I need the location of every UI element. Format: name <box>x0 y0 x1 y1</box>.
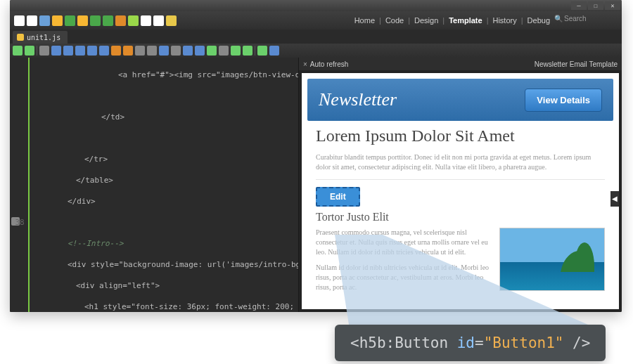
menu-debug[interactable]: Debug <box>528 16 550 25</box>
t2-copy-icon[interactable] <box>51 46 61 56</box>
run-icon[interactable] <box>65 15 75 26</box>
view-details-button[interactable]: View Details <box>525 89 602 112</box>
maximize-button[interactable]: ☐ <box>588 1 603 10</box>
menu-home[interactable]: Home <box>354 16 375 25</box>
t2-i4-icon[interactable] <box>75 46 85 56</box>
search-input[interactable]: Search <box>554 15 618 26</box>
auto-refresh-label[interactable]: Auto refresh <box>310 60 348 68</box>
line-number: 38 <box>10 217 30 228</box>
t2-cut-icon[interactable] <box>39 46 49 56</box>
ide-window: – ☐ ✕ Home| Code| Design| Template| Hist… <box>10 0 622 312</box>
newsletter-p2: Nullam id dolor id nibh ultricies vehicu… <box>316 263 491 292</box>
t2-i7-icon[interactable] <box>111 46 121 56</box>
tab-bar: unit1.js <box>10 30 622 44</box>
t2-i5-icon[interactable] <box>87 46 97 56</box>
t2-i15-icon[interactable] <box>207 46 217 56</box>
t2-i10-icon[interactable] <box>147 46 157 56</box>
t2-find-icon[interactable] <box>99 46 109 56</box>
t2-paste-icon[interactable] <box>63 46 73 56</box>
preview-body: Newsletter View Details Lorem Ipsum Dolo… <box>302 73 619 309</box>
toolbar-icons-left <box>14 15 177 26</box>
t2-i9-icon[interactable] <box>135 46 145 56</box>
t2-i19-icon[interactable] <box>257 46 267 56</box>
gutter: 38 <box>10 58 30 312</box>
t2-i8-icon[interactable] <box>123 46 133 56</box>
js-file-icon <box>17 34 24 41</box>
menubar: Home| Code| Design| Template| History| D… <box>10 11 622 30</box>
window-titlebar: – ☐ ✕ <box>10 0 622 11</box>
newsletter-h2: Tortor Justo Elit <box>316 211 605 223</box>
menu-code[interactable]: Code <box>385 16 404 25</box>
new-folder-icon[interactable] <box>27 15 37 26</box>
editor-toolbar <box>10 44 622 58</box>
tab-label: unit1.js <box>27 34 60 41</box>
scroll-arrow-icon[interactable]: ◀ <box>610 191 619 207</box>
reload-icon[interactable] <box>115 15 126 26</box>
menu-design[interactable]: Design <box>414 16 438 25</box>
t2-i18-icon[interactable] <box>243 46 252 56</box>
preview-title: Newsletter Email Template <box>535 60 618 68</box>
t2-i17-icon[interactable] <box>231 46 241 56</box>
placeholder-image <box>499 228 605 291</box>
doc2-icon[interactable] <box>153 15 164 26</box>
preview-panel: ×Auto refresh Newsletter Email Template … <box>298 58 622 312</box>
callout-bubble: <h5b:Button id="Button1" /> <box>335 325 606 361</box>
redo-icon[interactable] <box>103 15 113 26</box>
close-button[interactable]: ✕ <box>605 1 620 10</box>
menu-history[interactable]: History <box>492 16 516 25</box>
undo-icon[interactable] <box>90 15 101 26</box>
doc1-icon[interactable] <box>141 15 151 26</box>
t2-i13-icon[interactable] <box>183 46 193 56</box>
newsletter-intro: Curabitur blandit tempus porttitor. Done… <box>316 152 605 172</box>
t2-i20-icon[interactable] <box>269 46 279 56</box>
main-area: 38 <a href="#"><img src="images/btn-view… <box>10 58 622 312</box>
t2-run-icon[interactable] <box>13 46 23 56</box>
newsletter-header: Newsletter View Details <box>307 79 613 121</box>
menu-template[interactable]: Template <box>449 16 482 25</box>
save-icon[interactable] <box>39 15 50 26</box>
newsletter-content: Lorem Ipsum Dolor Sit Amet Curabitur bla… <box>302 126 619 305</box>
t2-i14-icon[interactable] <box>195 46 205 56</box>
star-icon[interactable] <box>166 15 177 26</box>
minimize-button[interactable]: – <box>571 1 587 10</box>
preview-toolbar: ×Auto refresh Newsletter Email Template <box>299 58 622 70</box>
menubar-right: Home| Code| Design| Template| History| D… <box>354 15 618 26</box>
tab-unit1[interactable]: unit1.js <box>13 31 68 44</box>
t2-i11-icon[interactable] <box>159 46 169 56</box>
edit-button[interactable]: Edit <box>316 187 360 207</box>
refresh-icon[interactable] <box>128 15 139 26</box>
lightning-icon[interactable] <box>52 15 63 26</box>
new-file-icon[interactable] <box>14 15 25 26</box>
code-area[interactable]: <a href="#"><img src="images/btn-view-de… <box>30 58 298 312</box>
code-editor[interactable]: 38 <a href="#"><img src="images/btn-view… <box>10 58 298 312</box>
newsletter-h1: Lorem Ipsum Dolor Sit Amet <box>316 126 605 145</box>
newsletter-logo: Newsletter <box>319 89 397 110</box>
lightning2-icon[interactable] <box>77 15 88 26</box>
t2-i12-icon[interactable] <box>171 46 181 56</box>
newsletter-p1: Praesent commodo cursus magna, vel scele… <box>316 228 491 257</box>
t2-i16-icon[interactable] <box>219 46 229 56</box>
divider <box>316 179 605 180</box>
preview-close-icon[interactable]: × <box>303 60 307 68</box>
t2-run2-icon[interactable] <box>25 46 34 56</box>
